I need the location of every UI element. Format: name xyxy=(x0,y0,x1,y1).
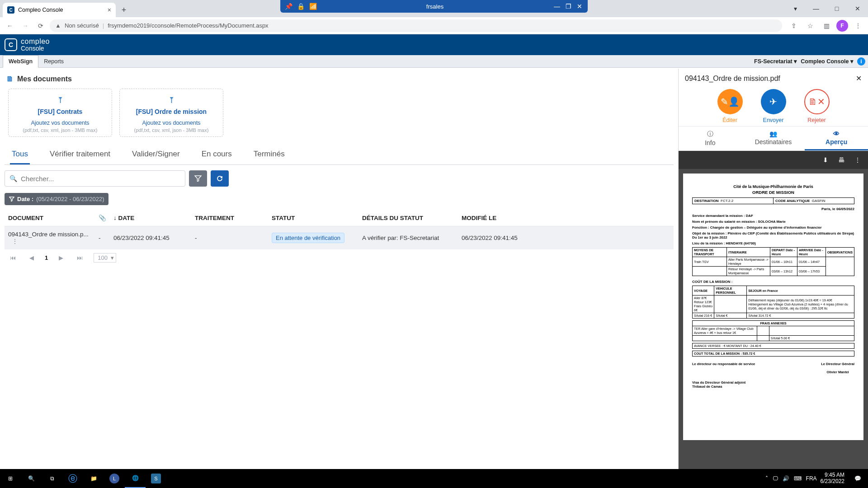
task-explorer[interactable]: 📁 xyxy=(83,469,104,488)
window-maximize-button[interactable]: □ xyxy=(826,0,847,17)
col-document[interactable]: DOCUMENT xyxy=(5,210,95,226)
tab-valider[interactable]: Valider/Signer xyxy=(130,145,182,164)
profile-avatar[interactable]: F xyxy=(836,20,848,32)
pdf-menu-icon[interactable]: ⋮ xyxy=(854,156,861,164)
remote-host-name: frsales xyxy=(321,3,548,10)
minimize-remote-icon[interactable]: — xyxy=(554,3,560,10)
current-user[interactable]: FS-Secretariat ▾ xyxy=(754,58,797,65)
brand-name: compleo Console xyxy=(21,38,50,52)
download-icon[interactable]: ⬇ xyxy=(823,156,828,164)
row-menu-icon[interactable]: ⋮ xyxy=(12,238,18,245)
chrome-menu-button[interactable]: ⋮ xyxy=(852,19,864,32)
upload-card-contrats[interactable]: ⤒ [FSU] Contrats Ajoutez vos documents (… xyxy=(8,89,112,137)
col-details[interactable]: DÉTAILS DU STATUT xyxy=(359,210,458,226)
window-minimize-button[interactable]: — xyxy=(806,0,826,17)
nav-reports[interactable]: Reports xyxy=(38,55,69,67)
status-badge: En attente de vérification xyxy=(272,233,344,243)
action-send[interactable]: ✈ Envoyer xyxy=(761,89,786,123)
tray-display-icon[interactable]: 🖵 xyxy=(773,475,778,482)
page-current: 1 xyxy=(45,254,48,261)
tab-termines[interactable]: Terminés xyxy=(252,145,287,164)
upload-card-ordre[interactable]: ⤒ [FSU] Ordre de mission Ajoutez vos doc… xyxy=(119,89,223,137)
restore-remote-icon[interactable]: ❐ xyxy=(566,3,571,10)
search-input-wrapper: 🔍 xyxy=(5,170,185,187)
task-app-s[interactable]: S xyxy=(146,469,166,488)
close-remote-icon[interactable]: ✕ xyxy=(577,3,582,10)
table-row[interactable]: 094143_Ordre de mission.p... ⋮ - 06/23/2… xyxy=(5,226,674,250)
page-next[interactable]: ▶ xyxy=(56,253,66,262)
security-warning-icon: ▲ xyxy=(55,22,61,29)
tab-encours[interactable]: En cours xyxy=(200,145,234,164)
chrome-chevron-icon[interactable]: ▾ xyxy=(785,0,806,17)
document-page: Cité de la Musique-Philharmonie de Paris… xyxy=(683,174,863,440)
notifications-button[interactable]: 💬 xyxy=(847,469,868,488)
page-size-select[interactable]: 100 ▾ xyxy=(94,253,116,263)
send-icon: ✈ xyxy=(761,89,786,114)
new-tab-button[interactable]: + xyxy=(118,4,130,16)
side-panel-icon[interactable]: ▥ xyxy=(820,19,833,32)
edit-icon: ✎👤 xyxy=(717,89,743,114)
preview-filename: 094143_Ordre de mission.pdf xyxy=(685,75,780,83)
tray-lang[interactable]: FRA xyxy=(806,475,817,482)
print-icon[interactable]: 🖶 xyxy=(838,156,844,164)
search-input[interactable] xyxy=(21,175,180,183)
pin-icon[interactable]: 📌 xyxy=(285,3,292,10)
tab-verifier[interactable]: Vérifier traitement xyxy=(48,145,112,164)
browser-address-bar: ← → ⟳ ▲ Non sécurisé | frsymdemo2019/cco… xyxy=(0,17,868,34)
page-last[interactable]: ⏭ xyxy=(74,253,85,262)
col-statut[interactable]: STATUT xyxy=(268,210,359,226)
active-filter-chip[interactable]: Date : (05/24/2022 - 06/23/2022) xyxy=(5,193,108,205)
bookmark-icon[interactable]: ☆ xyxy=(804,19,816,32)
share-icon[interactable]: ⇪ xyxy=(788,19,800,32)
action-edit[interactable]: ✎👤 Éditer xyxy=(717,89,743,123)
preview-tab-info[interactable]: ⓘInfo xyxy=(679,127,742,150)
tab-tous[interactable]: Tous xyxy=(10,145,30,164)
col-modifie[interactable]: MODIFIÉ LE xyxy=(458,210,674,226)
browser-tab[interactable]: C Compleo Console × xyxy=(3,3,116,17)
info-icon[interactable]: i xyxy=(857,57,865,66)
preview-tab-apercu[interactable]: 👁Aperçu xyxy=(805,127,868,150)
preview-tab-dest[interactable]: 👥Destinataires xyxy=(742,127,805,150)
url-field[interactable]: ▲ Non sécurisé | frsymdemo2019/cconsole/… xyxy=(50,19,782,32)
start-button[interactable]: ⊞ xyxy=(0,469,21,488)
col-traitement[interactable]: TRAITEMENT xyxy=(191,210,268,226)
info-icon: ⓘ xyxy=(707,130,713,138)
task-app-l[interactable]: L xyxy=(104,469,125,488)
task-chrome[interactable]: 🌐 xyxy=(125,469,146,488)
app-header: C compleo Console xyxy=(0,34,868,55)
tab-close-icon[interactable]: × xyxy=(108,6,111,14)
pdf-viewport[interactable]: Cité de la Musique-Philharmonie de Paris… xyxy=(679,169,868,469)
refresh-button[interactable] xyxy=(211,170,229,187)
task-search[interactable]: 🔍 xyxy=(21,469,42,488)
taskbar-clock[interactable]: 9:45 AM 6/23/2022 xyxy=(821,472,847,485)
action-reject[interactable]: 🗎✕ Rejeter xyxy=(804,89,830,123)
tray-chevron-icon[interactable]: ˄ xyxy=(765,475,768,482)
tray-sound-icon[interactable]: 🔊 xyxy=(783,475,789,482)
window-close-button[interactable]: ✕ xyxy=(847,0,868,17)
reload-button[interactable]: ⟳ xyxy=(34,19,47,32)
app-switch[interactable]: Compleo Console ▾ xyxy=(801,58,854,65)
task-view[interactable]: ⧉ xyxy=(42,469,62,488)
funnel-icon xyxy=(9,197,14,202)
page-first[interactable]: ⏮ xyxy=(7,253,19,262)
reject-icon: 🗎✕ xyxy=(804,89,830,114)
favicon-icon: C xyxy=(7,6,14,14)
page-prev[interactable]: ◀ xyxy=(27,253,37,262)
search-icon: 🔍 xyxy=(9,175,17,182)
col-attachment[interactable]: 📎 xyxy=(95,210,110,226)
forward-button[interactable]: → xyxy=(19,19,32,32)
pdf-toolbar: ⬇ 🖶 ⋮ xyxy=(679,151,868,169)
remote-session-bar: 📌 🔒 📶 frsales — ❐ ✕ xyxy=(280,0,588,13)
funnel-icon xyxy=(194,175,202,182)
tray-keyboard-icon[interactable]: ⌨ xyxy=(794,475,802,482)
task-ie[interactable]: ⓔ xyxy=(62,469,83,488)
filter-button[interactable] xyxy=(189,170,207,187)
system-tray[interactable]: ˄ 🖵 🔊 ⌨ FRA xyxy=(762,475,821,482)
security-warning-text: Non sécurisé xyxy=(65,22,99,29)
back-button[interactable]: ← xyxy=(4,19,16,32)
upload-icon: ⤒ xyxy=(124,95,218,105)
close-preview-button[interactable]: ✕ xyxy=(856,74,862,83)
url-text: frsymdemo2019/cconsole/RemoteProcess/MyD… xyxy=(108,22,268,29)
col-date[interactable]: ↓ DATE xyxy=(110,210,191,226)
nav-websign[interactable]: WebSign xyxy=(3,55,38,68)
